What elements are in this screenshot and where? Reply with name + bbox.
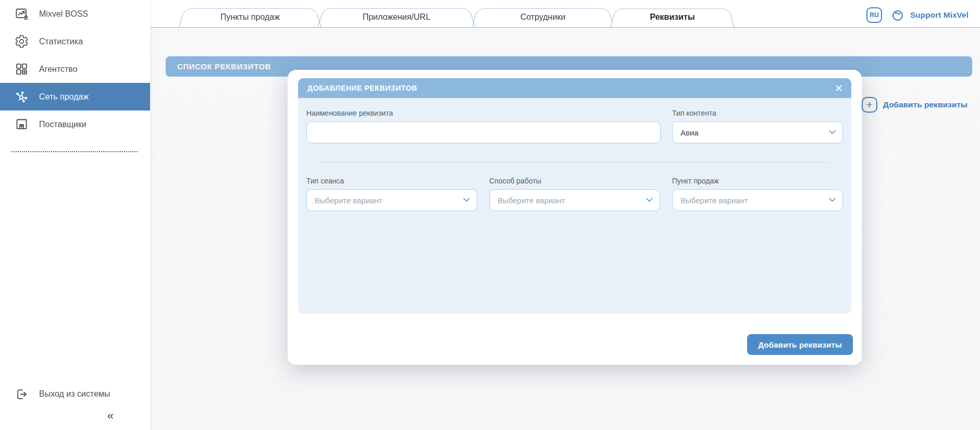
modal-title: ДОБАВЛЕНИЕ РЕКВИЗИТОВ xyxy=(307,84,417,92)
support-face-icon xyxy=(890,7,905,23)
name-field-label: Наименование реквизита xyxy=(306,109,661,117)
chevrons-left-icon: « xyxy=(107,409,114,422)
work-mode-select[interactable]: Выберите вариант xyxy=(489,189,660,211)
logout-label: Выход из системы xyxy=(39,389,110,399)
add-requisites-modal: ДОБАВЛЕНИЕ РЕКВИЗИТОВ ✕ Наименование рек… xyxy=(288,70,862,365)
sidebar: B Mixvel BOSS Статистика xyxy=(0,0,150,430)
tab-label: Реквизиты xyxy=(650,13,694,22)
sidebar-item-statistics[interactable]: Статистика xyxy=(0,28,150,55)
work-mode-label: Способ работы xyxy=(489,177,660,185)
form-divider xyxy=(320,162,829,163)
sidebar-collapse-button[interactable]: « xyxy=(107,409,114,423)
sidebar-item-label: Агентство xyxy=(39,65,78,74)
mixvel-boss-icon: B xyxy=(14,6,29,22)
logout-button[interactable]: Выход из системы xyxy=(14,386,110,402)
work-mode-placeholder: Выберите вариант xyxy=(498,196,565,205)
tab-label: Приложения/URL xyxy=(363,13,430,22)
tab-sales-points[interactable]: Пункты продаж xyxy=(185,7,315,28)
sidebar-item-label: Mixvel BOSS xyxy=(39,9,88,19)
sidebar-item-agency[interactable]: Агентство xyxy=(0,55,150,83)
sales-point-placeholder: Выберите вариант xyxy=(680,196,748,205)
language-switcher[interactable]: RU xyxy=(866,7,882,23)
content-type-value: Авиа xyxy=(680,128,699,137)
sidebar-item-sales-network[interactable]: Сеть продаж xyxy=(0,83,150,110)
sales-point-label: Пункт продаж xyxy=(672,177,843,185)
sidebar-item-label: Поставщики xyxy=(39,120,86,129)
content-type-label: Тип контента xyxy=(672,109,843,117)
sidebar-item-label: Статистика xyxy=(39,37,83,46)
tab-applications-url[interactable]: Приложения/URL xyxy=(324,7,469,28)
svg-text:B: B xyxy=(24,15,28,21)
logout-icon xyxy=(14,386,29,402)
sales-network-icon xyxy=(14,89,29,105)
agency-grid-icon xyxy=(14,62,29,77)
content-type-select[interactable]: Авиа xyxy=(672,121,843,143)
tab-label: Сотрудники xyxy=(520,13,566,22)
sidebar-item-suppliers[interactable]: Поставщики xyxy=(0,110,150,138)
tabs-underline xyxy=(150,27,980,28)
tab-requisites[interactable]: Реквизиты xyxy=(616,7,728,28)
chevron-down-icon xyxy=(463,198,470,202)
chevron-down-icon xyxy=(646,198,653,202)
submit-add-requisites-button[interactable]: Добавить реквизиты xyxy=(747,334,853,355)
modal-header: ДОБАВЛЕНИЕ РЕКВИЗИТОВ ✕ xyxy=(298,78,851,98)
tab-employees[interactable]: Сотрудники xyxy=(478,7,608,28)
chevron-down-icon xyxy=(829,198,836,202)
tab-label: Пункты продаж xyxy=(220,13,280,22)
tabs-header: Пункты продаж Приложения/URL Сотрудники … xyxy=(150,0,980,28)
main-content: Пункты продаж Приложения/URL Сотрудники … xyxy=(150,0,980,430)
sidebar-divider xyxy=(11,151,138,152)
sales-point-select[interactable]: Выберите вариант xyxy=(672,189,843,211)
suppliers-icon xyxy=(14,117,29,132)
statistics-gear-icon xyxy=(14,34,29,50)
session-type-select[interactable]: Выберите вариант xyxy=(306,189,477,211)
header-actions: RU Support MixVel xyxy=(866,7,969,23)
modal-form-panel: ДОБАВЛЕНИЕ РЕКВИЗИТОВ ✕ Наименование рек… xyxy=(298,78,851,314)
session-type-placeholder: Выберите вариант xyxy=(315,196,382,205)
sidebar-item-label: Сеть продаж xyxy=(39,92,89,102)
sidebar-item-mixvel-boss[interactable]: B Mixvel BOSS xyxy=(0,0,150,28)
tabs: Пункты продаж Приложения/URL Сотрудники … xyxy=(185,7,728,28)
modal-form: Наименование реквизита Тип контента Авиа xyxy=(298,109,851,211)
chevron-down-icon xyxy=(829,130,836,134)
sidebar-nav: B Mixvel BOSS Статистика xyxy=(0,0,150,138)
requisite-name-input[interactable] xyxy=(306,121,661,143)
support-label: Support MixVel xyxy=(910,10,969,20)
support-link[interactable]: Support MixVel xyxy=(890,7,969,23)
close-icon[interactable]: ✕ xyxy=(835,83,843,93)
session-type-label: Тип сеанса xyxy=(306,177,477,185)
